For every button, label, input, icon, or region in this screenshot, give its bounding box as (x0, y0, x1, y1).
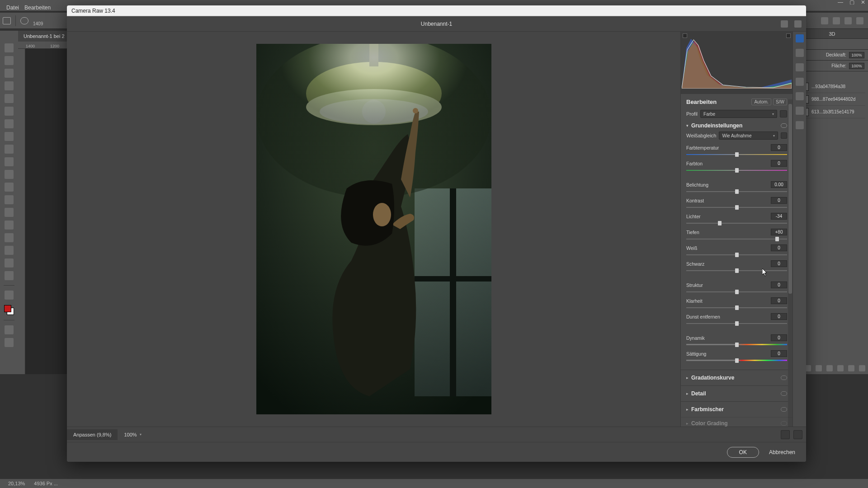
heal-tool-icon[interactable] (5, 132, 14, 141)
history-brush-icon[interactable] (5, 170, 14, 179)
pen-tool-icon[interactable] (5, 233, 14, 242)
eye-icon[interactable] (781, 123, 787, 128)
slider-value[interactable]: 0 (771, 334, 787, 341)
slider-track[interactable] (686, 239, 787, 239)
slider-knob[interactable] (718, 221, 722, 225)
slider-knob[interactable] (735, 152, 739, 157)
wand-tool-icon[interactable] (5, 81, 14, 90)
gradient-tool-icon[interactable] (5, 195, 14, 204)
gear-icon[interactable] (781, 20, 788, 28)
share-icon[interactable] (856, 17, 863, 24)
lock-icon[interactable] (823, 63, 829, 69)
slider-contrast[interactable]: Kontrast0 (686, 197, 787, 209)
color-swatches[interactable] (4, 305, 14, 315)
slider-knob[interactable] (735, 305, 739, 310)
presets-icon[interactable] (796, 107, 804, 115)
eye-icon[interactable] (781, 391, 787, 396)
screenmode-icon[interactable] (5, 338, 14, 347)
dodge-tool-icon[interactable] (5, 221, 14, 230)
eye-icon[interactable] (781, 375, 787, 380)
eye-icon[interactable] (781, 407, 787, 412)
slider-shadows[interactable]: Tiefen+80 (686, 229, 787, 241)
profile-select[interactable]: Farbe (700, 110, 777, 118)
lasso-tool-icon[interactable] (5, 69, 14, 78)
slider-texture[interactable]: Struktur0 (686, 282, 787, 294)
eyedropper-tool-icon[interactable] (5, 119, 14, 128)
section-basic[interactable]: ▾ Grundeinstellungen (681, 120, 793, 130)
stamp-tool-icon[interactable] (5, 157, 14, 166)
edit-tool-icon[interactable] (796, 34, 804, 42)
paragraph-icon[interactable] (851, 42, 856, 47)
slider-value[interactable]: 0.00 (771, 181, 787, 188)
more-icon[interactable] (796, 121, 804, 129)
search-icon[interactable] (833, 17, 840, 24)
layer-row[interactable]: 613...1b3f115e14179 (799, 106, 865, 118)
slider-tint[interactable]: Farbton0 (686, 160, 787, 172)
section-color-grading[interactable]: ▸Color Grading (681, 417, 793, 427)
blur-tool-icon[interactable] (5, 208, 14, 217)
slider-knob[interactable] (735, 268, 739, 273)
fit-button[interactable]: Anpassen (9,8%) (67, 429, 118, 440)
menu-file[interactable]: Datei (6, 5, 19, 11)
shadow-clip-icon[interactable] (683, 33, 687, 38)
new-layer-icon[interactable] (848, 365, 854, 371)
mask-icon[interactable] (816, 365, 822, 371)
slider-value[interactable]: 0 (771, 160, 787, 167)
path-tool-icon[interactable] (5, 258, 14, 267)
slider-value[interactable]: 0 (771, 297, 787, 304)
slider-value[interactable]: -34 (771, 213, 787, 220)
slider-value[interactable]: 0 (771, 350, 787, 357)
slider-knob[interactable] (735, 358, 739, 363)
slider-knob[interactable] (735, 253, 739, 257)
heal-tool-icon[interactable] (796, 63, 804, 71)
slider-value[interactable]: 0 (771, 260, 787, 267)
slider-highlights[interactable]: Lichter-34 (686, 213, 787, 225)
eraser-tool-icon[interactable] (5, 183, 14, 192)
type-tool-icon[interactable] (5, 246, 14, 255)
slider-knob[interactable] (735, 290, 739, 294)
preview-area[interactable] (67, 32, 680, 427)
eyedropper-icon[interactable] (781, 132, 787, 139)
trash-icon[interactable] (859, 365, 865, 371)
single-view-icon[interactable] (781, 430, 790, 439)
opacity-value[interactable]: 100% (849, 52, 864, 58)
slider-value[interactable]: 0 (771, 197, 787, 204)
slider-clarity[interactable]: Klarheit0 (686, 297, 787, 310)
section-detail[interactable]: ▸Detail (681, 385, 793, 401)
highlight-clip-icon[interactable] (786, 33, 791, 38)
eye-icon[interactable] (781, 421, 787, 426)
panel-tab-3d[interactable]: 3D (829, 31, 835, 37)
workspace-icon[interactable] (844, 17, 852, 24)
section-farbmischer[interactable]: ▸Farbmischer (681, 401, 793, 417)
slider-value[interactable]: +80 (771, 229, 787, 235)
more-tools-icon[interactable] (5, 291, 14, 300)
slider-whites[interactable]: Weiß0 (686, 244, 787, 257)
shape-tool-icon[interactable] (5, 271, 14, 280)
mask-tool-icon[interactable] (796, 78, 804, 86)
slider-saturation[interactable]: Sättigung0 (686, 350, 787, 362)
group-icon[interactable] (837, 365, 844, 371)
slider-knob[interactable] (735, 205, 739, 210)
slider-dehaze[interactable]: Dunst entfernen0 (686, 313, 787, 325)
layer-row[interactable]: 988...87ee94944802d (799, 93, 865, 106)
layer-row[interactable]: ...93a047894a38 (799, 80, 865, 93)
slider-knob[interactable] (735, 343, 739, 347)
slider-knob[interactable] (775, 237, 779, 241)
histogram[interactable] (681, 32, 793, 94)
profile-browser-icon[interactable] (780, 110, 787, 117)
section-gradationskurve[interactable]: ▸Gradationskurve (681, 370, 793, 385)
refresh-icon[interactable] (859, 42, 864, 47)
slider-exposure[interactable]: Belichtung0.00 (686, 181, 787, 193)
slider-value[interactable]: 0 (771, 313, 787, 320)
fullscreen-icon[interactable] (794, 20, 802, 28)
crop-tool-icon[interactable] (5, 94, 14, 103)
menu-edit[interactable]: Bearbeiten (24, 5, 51, 11)
zoom-select[interactable]: 100% (118, 429, 147, 440)
type-panel-icon[interactable] (843, 42, 848, 47)
slider-value[interactable]: 0 (771, 244, 787, 251)
slider-knob[interactable] (735, 321, 739, 326)
slider-knob[interactable] (735, 168, 739, 173)
bw-button[interactable]: S/W (773, 99, 787, 105)
document-tab[interactable]: Unbenannt-1 bei 2 (18, 31, 70, 42)
auto-button[interactable]: Autom. (751, 99, 771, 105)
